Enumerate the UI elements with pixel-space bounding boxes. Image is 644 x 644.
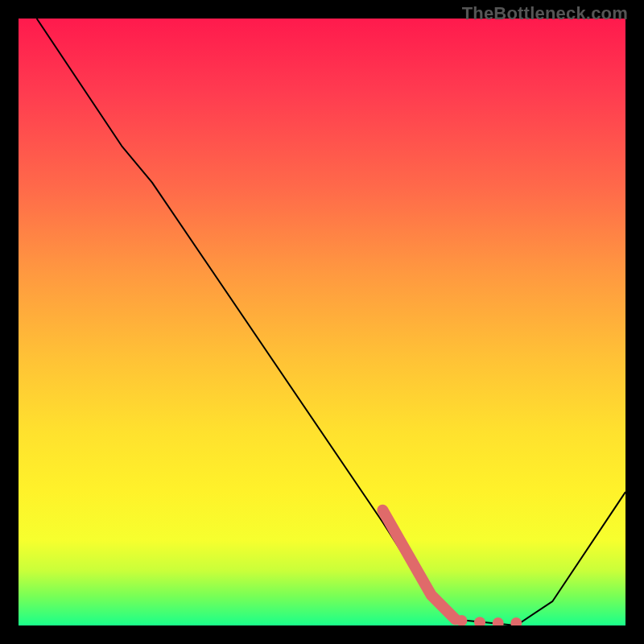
- watermark-text: TheBottleneck.com: [462, 3, 628, 24]
- highlight-dot: [510, 617, 522, 625]
- highlight-dot: [474, 617, 485, 625]
- highlight-dot: [493, 617, 504, 625]
- chart-area: [19, 19, 625, 625]
- highlight-layer: [19, 19, 625, 625]
